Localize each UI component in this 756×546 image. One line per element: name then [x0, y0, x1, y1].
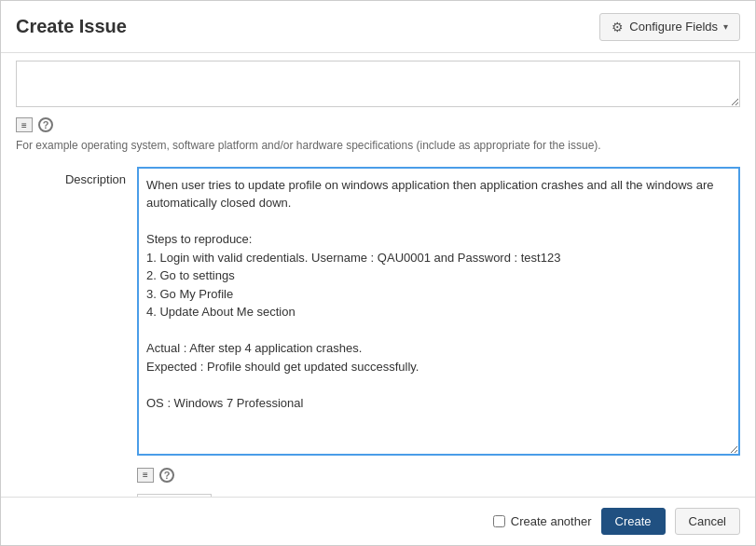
top-textarea-section	[16, 53, 740, 114]
dialog-footer: Create another Create Cancel	[1, 497, 755, 545]
description-help-icon[interactable]: ?	[159, 468, 174, 483]
configure-fields-label: Configure Fields	[629, 20, 718, 34]
cancel-button[interactable]: Cancel	[675, 508, 740, 535]
original-estimate-label: Original Estimate	[16, 496, 137, 497]
dialog-title: Create Issue	[16, 16, 127, 37]
hint-text: For example operating system, software p…	[16, 136, 740, 161]
description-field: When user tries to update profile on win…	[137, 167, 740, 458]
description-icons-row: ≡ ?	[16, 464, 740, 486]
top-textarea[interactable]	[16, 61, 740, 107]
dialog-header: Create Issue ⚙ Configure Fields ▾	[1, 1, 755, 53]
create-another-checkbox-label[interactable]: Create another	[493, 514, 592, 528]
chevron-down-icon: ▾	[723, 21, 728, 32]
create-button[interactable]: Create	[601, 508, 666, 535]
description-text-format-icon[interactable]: ≡	[137, 468, 154, 483]
form-content: ≡ ? For example operating system, softwa…	[1, 53, 755, 497]
dialog-body[interactable]: ≡ ? For example operating system, softwa…	[1, 53, 755, 497]
create-another-label: Create another	[511, 514, 592, 528]
configure-fields-button[interactable]: ⚙ Configure Fields ▾	[599, 13, 740, 41]
create-another-checkbox[interactable]	[493, 515, 505, 527]
help-icon[interactable]: ?	[38, 117, 53, 132]
original-estimate-row: Original Estimate (eg. 3w 4d 12h) ?	[16, 486, 740, 497]
estimate-field-container: (eg. 3w 4d 12h) ?	[137, 494, 740, 497]
description-row: Description When user tries to update pr…	[16, 161, 740, 464]
create-issue-dialog: Create Issue ⚙ Configure Fields ▾ ≡ ? Fo…	[0, 0, 756, 546]
text-format-icon[interactable]: ≡	[16, 117, 33, 132]
description-label: Description	[16, 167, 137, 186]
estimate-input[interactable]	[137, 494, 212, 497]
description-textarea[interactable]: When user tries to update profile on win…	[137, 167, 740, 456]
field-icons-row: ≡ ?	[16, 114, 740, 136]
gear-icon: ⚙	[612, 20, 624, 34]
